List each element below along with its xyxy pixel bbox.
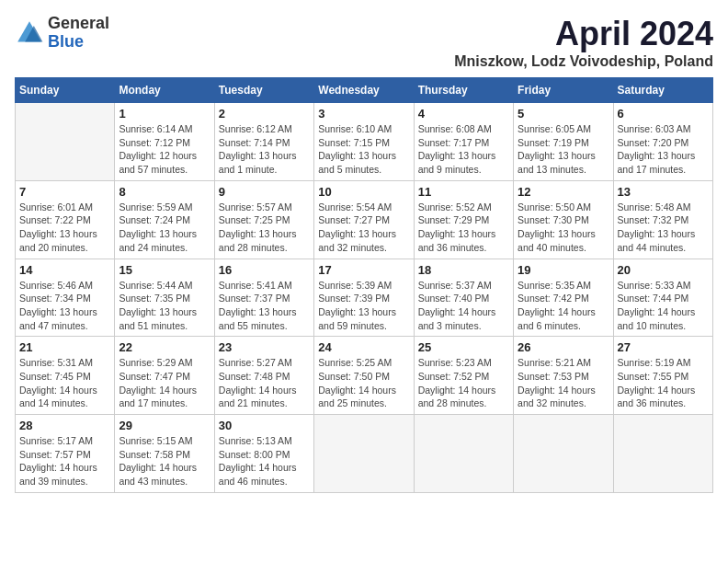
day-info: Sunrise: 5:33 AM Sunset: 7:44 PM Dayligh… xyxy=(618,279,709,333)
day-info: Sunrise: 5:46 AM Sunset: 7:34 PM Dayligh… xyxy=(19,279,110,333)
day-info: Sunrise: 5:39 AM Sunset: 7:39 PM Dayligh… xyxy=(318,279,409,333)
day-info: Sunrise: 5:19 AM Sunset: 7:55 PM Dayligh… xyxy=(618,356,709,410)
day-info: Sunrise: 5:54 AM Sunset: 7:27 PM Dayligh… xyxy=(318,201,409,255)
day-number: 29 xyxy=(119,419,210,432)
day-number: 27 xyxy=(618,340,709,354)
day-info: Sunrise: 5:21 AM Sunset: 7:53 PM Dayligh… xyxy=(518,356,609,410)
calendar-cell: 22Sunrise: 5:29 AM Sunset: 7:47 PM Dayli… xyxy=(115,337,214,415)
day-number: 28 xyxy=(19,419,110,432)
calendar-cell: 5Sunrise: 6:05 AM Sunset: 7:19 PM Daylig… xyxy=(514,103,613,181)
day-info: Sunrise: 6:03 AM Sunset: 7:20 PM Dayligh… xyxy=(618,122,709,177)
calendar-cell: 7Sunrise: 6:01 AM Sunset: 7:22 PM Daylig… xyxy=(16,180,115,259)
calendar-cell xyxy=(514,415,613,493)
calendar-cell: 3Sunrise: 6:10 AM Sunset: 7:15 PM Daylig… xyxy=(314,103,414,181)
day-number: 30 xyxy=(219,419,310,432)
day-number: 3 xyxy=(318,107,409,121)
calendar-cell: 13Sunrise: 5:48 AM Sunset: 7:32 PM Dayli… xyxy=(613,180,712,259)
day-number: 12 xyxy=(518,185,609,199)
day-info: Sunrise: 5:29 AM Sunset: 7:47 PM Dayligh… xyxy=(119,356,210,410)
day-number: 16 xyxy=(219,263,310,277)
calendar-cell: 30Sunrise: 5:13 AM Sunset: 8:00 PM Dayli… xyxy=(214,415,313,493)
weekday-header: Tuesday xyxy=(214,78,313,103)
day-number: 5 xyxy=(518,107,609,121)
weekday-header: Monday xyxy=(115,78,214,103)
calendar-cell: 4Sunrise: 6:08 AM Sunset: 7:17 PM Daylig… xyxy=(414,103,513,181)
weekday-header: Thursday xyxy=(414,78,513,103)
day-info: Sunrise: 5:57 AM Sunset: 7:25 PM Dayligh… xyxy=(219,201,310,255)
calendar-cell: 11Sunrise: 5:52 AM Sunset: 7:29 PM Dayli… xyxy=(414,180,513,259)
day-info: Sunrise: 5:59 AM Sunset: 7:24 PM Dayligh… xyxy=(119,201,210,255)
weekday-header: Friday xyxy=(514,78,613,103)
title-area: April 2024 Mniszkow, Lodz Voivodeship, P… xyxy=(454,15,713,70)
day-info: Sunrise: 5:17 AM Sunset: 7:57 PM Dayligh… xyxy=(19,434,110,488)
day-info: Sunrise: 5:37 AM Sunset: 7:40 PM Dayligh… xyxy=(418,279,509,333)
day-info: Sunrise: 6:05 AM Sunset: 7:19 PM Dayligh… xyxy=(518,122,609,177)
logo-blue: Blue xyxy=(48,33,109,52)
day-info: Sunrise: 5:15 AM Sunset: 7:58 PM Dayligh… xyxy=(119,434,210,488)
day-info: Sunrise: 5:44 AM Sunset: 7:35 PM Dayligh… xyxy=(119,279,210,333)
calendar-cell: 25Sunrise: 5:23 AM Sunset: 7:52 PM Dayli… xyxy=(414,337,513,415)
day-number: 18 xyxy=(418,263,509,277)
calendar-cell: 17Sunrise: 5:39 AM Sunset: 7:39 PM Dayli… xyxy=(314,259,414,337)
calendar-cell: 21Sunrise: 5:31 AM Sunset: 7:45 PM Dayli… xyxy=(16,337,115,415)
calendar-cell: 18Sunrise: 5:37 AM Sunset: 7:40 PM Dayli… xyxy=(414,259,513,337)
weekday-header-row: SundayMondayTuesdayWednesdayThursdayFrid… xyxy=(16,78,713,103)
weekday-header: Sunday xyxy=(16,78,115,103)
calendar-cell: 14Sunrise: 5:46 AM Sunset: 7:34 PM Dayli… xyxy=(16,259,115,337)
day-info: Sunrise: 6:10 AM Sunset: 7:15 PM Dayligh… xyxy=(318,122,409,177)
day-info: Sunrise: 5:23 AM Sunset: 7:52 PM Dayligh… xyxy=(418,356,509,410)
day-info: Sunrise: 6:01 AM Sunset: 7:22 PM Dayligh… xyxy=(19,201,110,255)
day-info: Sunrise: 5:50 AM Sunset: 7:30 PM Dayligh… xyxy=(518,201,609,255)
day-number: 9 xyxy=(219,185,310,199)
day-number: 4 xyxy=(418,107,509,121)
calendar-cell xyxy=(613,415,712,493)
weekday-header: Wednesday xyxy=(314,78,414,103)
calendar-cell: 23Sunrise: 5:27 AM Sunset: 7:48 PM Dayli… xyxy=(214,337,313,415)
logo-icon xyxy=(15,18,44,48)
day-number: 8 xyxy=(119,185,210,199)
calendar-cell: 1Sunrise: 6:14 AM Sunset: 7:12 PM Daylig… xyxy=(115,103,214,181)
calendar-cell: 15Sunrise: 5:44 AM Sunset: 7:35 PM Dayli… xyxy=(115,259,214,337)
calendar-cell: 12Sunrise: 5:50 AM Sunset: 7:30 PM Dayli… xyxy=(514,180,613,259)
day-number: 23 xyxy=(219,340,310,354)
calendar-cell: 19Sunrise: 5:35 AM Sunset: 7:42 PM Dayli… xyxy=(514,259,613,337)
day-number: 11 xyxy=(418,185,509,199)
day-number: 1 xyxy=(119,107,210,121)
day-info: Sunrise: 6:14 AM Sunset: 7:12 PM Dayligh… xyxy=(119,122,210,177)
day-number: 15 xyxy=(119,263,210,277)
calendar-week-row: 28Sunrise: 5:17 AM Sunset: 7:57 PM Dayli… xyxy=(16,415,713,493)
calendar-table: SundayMondayTuesdayWednesdayThursdayFrid… xyxy=(15,77,713,493)
day-info: Sunrise: 5:41 AM Sunset: 7:37 PM Dayligh… xyxy=(219,279,310,333)
day-info: Sunrise: 6:12 AM Sunset: 7:14 PM Dayligh… xyxy=(219,122,310,177)
weekday-header: Saturday xyxy=(613,78,712,103)
logo-general: General xyxy=(48,15,109,33)
calendar-cell: 20Sunrise: 5:33 AM Sunset: 7:44 PM Dayli… xyxy=(613,259,712,337)
day-number: 13 xyxy=(618,185,709,199)
day-number: 17 xyxy=(318,263,409,277)
calendar-cell: 9Sunrise: 5:57 AM Sunset: 7:25 PM Daylig… xyxy=(214,180,313,259)
calendar-week-row: 21Sunrise: 5:31 AM Sunset: 7:45 PM Dayli… xyxy=(16,337,713,415)
calendar-cell: 24Sunrise: 5:25 AM Sunset: 7:50 PM Dayli… xyxy=(314,337,414,415)
header: General Blue April 2024 Mniszkow, Lodz V… xyxy=(15,15,713,70)
calendar-cell xyxy=(16,103,115,181)
day-info: Sunrise: 5:48 AM Sunset: 7:32 PM Dayligh… xyxy=(618,201,709,255)
calendar-cell: 10Sunrise: 5:54 AM Sunset: 7:27 PM Dayli… xyxy=(314,180,414,259)
calendar-cell: 16Sunrise: 5:41 AM Sunset: 7:37 PM Dayli… xyxy=(214,259,313,337)
calendar-cell: 27Sunrise: 5:19 AM Sunset: 7:55 PM Dayli… xyxy=(613,337,712,415)
day-number: 21 xyxy=(19,340,110,354)
calendar-cell: 8Sunrise: 5:59 AM Sunset: 7:24 PM Daylig… xyxy=(115,180,214,259)
calendar-cell xyxy=(414,415,513,493)
day-number: 20 xyxy=(618,263,709,277)
day-info: Sunrise: 5:31 AM Sunset: 7:45 PM Dayligh… xyxy=(19,356,110,410)
day-number: 19 xyxy=(518,263,609,277)
day-number: 6 xyxy=(618,107,709,121)
day-number: 25 xyxy=(418,340,509,354)
day-info: Sunrise: 5:27 AM Sunset: 7:48 PM Dayligh… xyxy=(219,356,310,410)
day-info: Sunrise: 5:13 AM Sunset: 8:00 PM Dayligh… xyxy=(219,434,310,488)
calendar-cell: 28Sunrise: 5:17 AM Sunset: 7:57 PM Dayli… xyxy=(16,415,115,493)
calendar-cell: 6Sunrise: 6:03 AM Sunset: 7:20 PM Daylig… xyxy=(613,103,712,181)
day-info: Sunrise: 5:35 AM Sunset: 7:42 PM Dayligh… xyxy=(518,279,609,333)
calendar-week-row: 1Sunrise: 6:14 AM Sunset: 7:12 PM Daylig… xyxy=(16,103,713,181)
calendar-week-row: 14Sunrise: 5:46 AM Sunset: 7:34 PM Dayli… xyxy=(16,259,713,337)
location-title: Mniszkow, Lodz Voivodeship, Poland xyxy=(454,53,713,70)
